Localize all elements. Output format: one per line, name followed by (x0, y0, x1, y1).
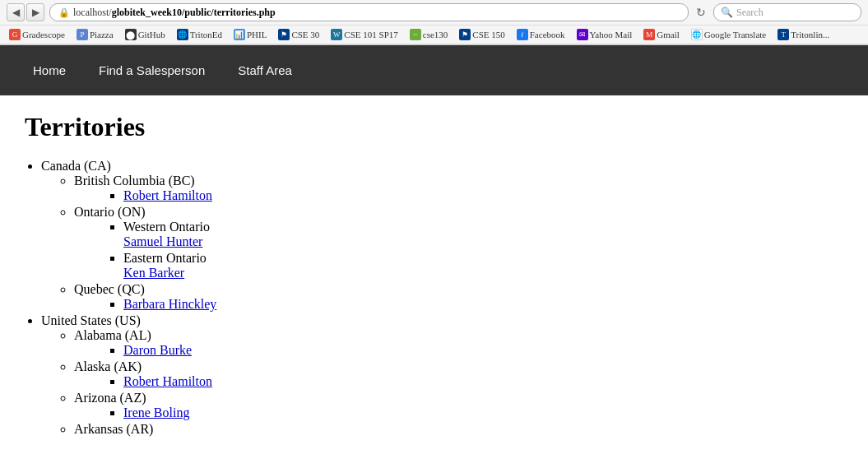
search-bar[interactable]: 🔍 Search (713, 3, 861, 21)
salesperson-link[interactable]: Barbara Hinckley (123, 297, 216, 311)
reload-button[interactable]: ↻ (694, 5, 708, 20)
list-item: Alaska (AK) Robert Hamilton (74, 359, 843, 389)
bookmark-label: Yahoo Mail (590, 30, 633, 39)
bookmark-label: Tritonlin... (791, 30, 829, 39)
nav-link-home[interactable]: Home (16, 45, 82, 95)
phil-icon: 📊 (234, 29, 245, 40)
cse150-icon: ⚑ (459, 29, 471, 40)
address-bar-row: ◀ ▶ 🔒 localhost/globitek_week10/public/t… (0, 0, 868, 25)
bookmark-label: Gradescope (22, 30, 65, 39)
piazza-icon: P (77, 29, 88, 40)
list-item: Robert Hamilton (123, 188, 843, 203)
list-item: Quebec (QC) Barbara Hinckley (74, 282, 843, 312)
bookmark-label: PHIL (247, 30, 267, 39)
territories-sub-list: Robert Hamilton (74, 188, 843, 203)
bookmark-label: TritonEd (190, 30, 222, 39)
list-item: Canada (CA) British Columbia (BC) Robert… (41, 159, 843, 312)
country-name: Canada (CA) (41, 159, 111, 173)
nav-item-find-salesperson[interactable]: Find a Salesperson (82, 45, 221, 95)
browser-nav-buttons: ◀ ▶ (7, 3, 44, 21)
bookmarks-bar: G Gradescope P Piazza ⬤ GitHub 🌐 TritonE… (0, 25, 868, 44)
list-item: Barbara Hinckley (123, 297, 843, 312)
bookmark-wp[interactable]: W CSE 101 SP17 (328, 28, 400, 41)
region-name: Quebec (QC) (74, 282, 145, 296)
list-item: United States (US) Alabama (AL) Daron Bu… (41, 313, 843, 437)
gradescope-icon: G (9, 29, 21, 40)
territories-sub-list: Irene Boling (74, 405, 843, 420)
bookmark-facebook[interactable]: f Facebook (514, 28, 568, 41)
salesperson-link[interactable]: Samuel Hunter (123, 234, 202, 248)
address-text: localhost/globitek_week10/public/territo… (73, 7, 276, 19)
salesperson-link[interactable]: Daron Burke (123, 343, 192, 357)
bookmark-cse30[interactable]: ⚑ CSE 30 (276, 28, 322, 41)
bookmark-label: GitHub (138, 30, 165, 39)
territories-sub-list: Barbara Hinckley (74, 297, 843, 312)
bookmark-cse150[interactable]: ⚑ CSE 150 (457, 28, 507, 41)
territories-list: Canada (CA) British Columbia (BC) Robert… (25, 159, 843, 437)
bookmark-gmail[interactable]: M Gmail (641, 28, 682, 41)
facebook-icon: f (517, 29, 528, 40)
salesperson-link[interactable]: Robert Hamilton (123, 188, 212, 202)
list-item: Arizona (AZ) Irene Boling (74, 391, 843, 420)
main-content: Territories Canada (CA) British Columbia… (0, 95, 868, 455)
list-item: British Columbia (BC) Robert Hamilton (74, 174, 843, 203)
region-name: Arkansas (AR) (74, 422, 153, 436)
cse30-icon: ⚑ (278, 29, 290, 40)
bookmark-label: cse130 (423, 30, 448, 39)
bookmark-github[interactable]: ⬤ GitHub (123, 28, 168, 41)
wp-icon: W (331, 29, 342, 40)
salesperson-link[interactable]: Ken Barker (123, 266, 184, 280)
browser-chrome: ◀ ▶ 🔒 localhost/globitek_week10/public/t… (0, 0, 868, 45)
tritoned-icon: 🌐 (177, 29, 188, 40)
territory-name: Western Ontario (123, 220, 210, 234)
bookmark-cse130[interactable]: ~ cse130 (407, 28, 451, 41)
nav-item-staff-area[interactable]: Staff Area (221, 45, 309, 95)
bookmark-yahoo[interactable]: ✉ Yahoo Mail (574, 28, 635, 41)
forward-button[interactable]: ▶ (26, 3, 44, 21)
gmail-icon: M (643, 29, 655, 40)
bookmark-gradescope[interactable]: G Gradescope (7, 28, 67, 41)
bookmark-phil[interactable]: 📊 PHIL (231, 28, 269, 41)
list-item: Alabama (AL) Daron Burke (74, 328, 843, 358)
nav-link-find-salesperson[interactable]: Find a Salesperson (82, 45, 221, 95)
country-name: United States (US) (41, 313, 141, 327)
nav-item-home[interactable]: Home (16, 45, 82, 95)
region-name: Ontario (ON) (74, 205, 146, 219)
list-item: Daron Burke (123, 343, 843, 358)
nav-link-staff-area[interactable]: Staff Area (221, 45, 309, 95)
yahoo-icon: ✉ (577, 29, 588, 40)
search-placeholder: Search (736, 7, 764, 19)
salesperson-link[interactable]: Robert Hamilton (123, 374, 212, 388)
territories-sub-list: Western Ontario Samuel Hunter Eastern On… (74, 220, 843, 280)
territories-sub-list: Daron Burke (74, 343, 843, 358)
region-name: Alaska (AK) (74, 359, 142, 373)
search-icon: 🔍 (721, 7, 733, 19)
bookmark-label: CSE 30 (291, 30, 319, 39)
list-item: Ontario (ON) Western Ontario Samuel Hunt… (74, 205, 843, 280)
region-name: Arizona (AZ) (74, 391, 146, 405)
regions-list: Alabama (AL) Daron Burke Alaska (AK) Rob… (41, 328, 843, 437)
back-button[interactable]: ◀ (7, 3, 25, 21)
region-name: British Columbia (BC) (74, 174, 195, 188)
address-bar[interactable]: 🔒 localhost/globitek_week10/public/terri… (49, 3, 689, 21)
bookmark-label: Piazza (90, 30, 114, 39)
cse130-icon: ~ (410, 29, 421, 40)
salesperson-link[interactable]: Irene Boling (123, 405, 189, 419)
list-item: Irene Boling (123, 405, 843, 420)
github-icon: ⬤ (125, 29, 137, 40)
nav-bar: Home Find a Salesperson Staff Area (0, 45, 868, 95)
bookmark-label: Google Translate (704, 30, 766, 39)
list-item: Robert Hamilton (123, 374, 843, 389)
bookmark-google-translate[interactable]: 🌐 Google Translate (689, 28, 768, 41)
google-translate-icon: 🌐 (691, 29, 703, 40)
list-item: Arkansas (AR) (74, 422, 843, 437)
bookmark-label: Facebook (530, 30, 565, 39)
bookmark-tritoned[interactable]: 🌐 TritonEd (174, 28, 225, 41)
bookmark-tritonlink[interactable]: T Tritonlin... (775, 28, 832, 41)
regions-list: British Columbia (BC) Robert Hamilton On… (41, 174, 843, 312)
bookmark-piazza[interactable]: P Piazza (74, 28, 116, 41)
tritonlink-icon: T (777, 29, 789, 40)
region-name: Alabama (AL) (74, 328, 151, 342)
list-item: Eastern Ontario Ken Barker (123, 251, 843, 280)
page-title: Territories (25, 112, 843, 142)
